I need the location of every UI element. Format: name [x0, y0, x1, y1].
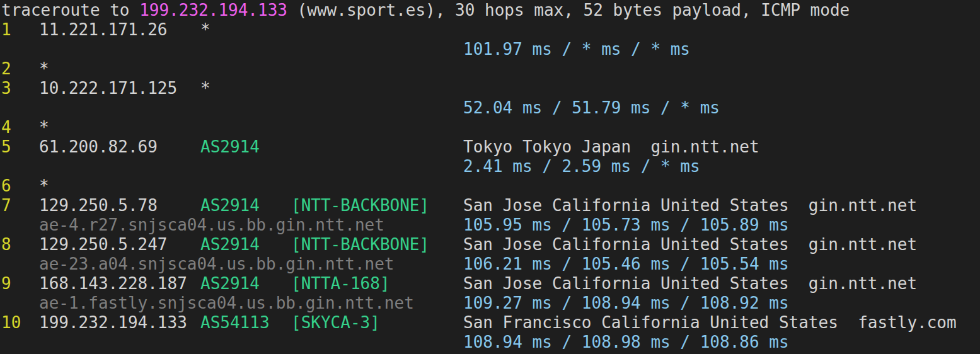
hop-ip: 168.143.228.187	[39, 274, 187, 294]
hop-number: 1	[1, 20, 11, 40]
hop-latency-row-3: 52.04 ms / 51.79 ms / * ms	[0, 98, 980, 118]
terminal-output: traceroute to 199.232.194.133 (www.sport…	[0, 1, 980, 354]
hop-row-6: 6 *	[0, 176, 980, 196]
hop-ip: *	[39, 176, 49, 196]
hop-org-tag: [SKYCA-3]	[291, 313, 380, 333]
hop-row-4: 4 *	[0, 118, 980, 137]
hop-latency: 108.94 ms / 108.98 ms / 108.86 ms	[463, 333, 789, 352]
hop-ip: 61.200.82.69	[39, 137, 158, 157]
hop-number: 10	[1, 313, 21, 333]
hop-hostname: ae-1.fastly.snjsca04.us.bb.gin.ntt.net	[39, 294, 414, 313]
hop-number: 2	[1, 59, 11, 79]
hop-latency-row-10: 108.94 ms / 108.98 ms / 108.86 ms	[0, 333, 980, 352]
hop-row-10: 10 199.232.194.133 AS54113 [SKYCA-3] San…	[0, 313, 980, 333]
hop-latency-row-1: 101.97 ms / * ms / * ms	[0, 40, 980, 59]
hop-asn: AS2914	[200, 235, 260, 254]
hop-row-3: 3 10.222.171.125 *	[0, 79, 980, 98]
hop-number: 8	[1, 235, 11, 254]
hop-latency: 106.21 ms / 105.46 ms / 105.54 ms	[463, 254, 789, 274]
header-prefix: traceroute to	[1, 1, 139, 20]
hop-number: 9	[1, 274, 11, 294]
hop-latency: 52.04 ms / 51.79 ms / * ms	[463, 98, 720, 118]
hop-ip: 11.221.171.26	[39, 20, 168, 40]
hop-number: 3	[1, 79, 11, 98]
hop-org-tag: [NTTA-168]	[291, 274, 390, 294]
hop-row-8: 8 129.250.5.247 AS2914 [NTT-BACKBONE] Sa…	[0, 235, 980, 254]
hop-asn: *	[200, 79, 210, 98]
hop-location: San Jose California United States gin.nt…	[463, 196, 917, 215]
hop-row-7: 7 129.250.5.78 AS2914 [NTT-BACKBONE] San…	[0, 196, 980, 215]
hop-number: 6	[1, 176, 11, 196]
hop-number: 5	[1, 137, 11, 157]
hop-ip: 199.232.194.133	[39, 313, 187, 333]
hop-detail-row-7: ae-4.r27.snjsca04.us.bb.gin.ntt.net 105.…	[0, 215, 980, 235]
hop-ip: 10.222.171.125	[39, 79, 177, 98]
hop-asn: AS54113	[200, 313, 270, 333]
hop-latency: 105.95 ms / 105.73 ms / 105.89 ms	[463, 215, 789, 235]
hop-row-1: 1 11.221.171.26 *	[0, 20, 980, 40]
target-ip: 199.232.194.133	[139, 1, 287, 20]
hop-hostname: ae-23.a04.snjsca04.us.bb.gin.ntt.net	[39, 254, 395, 274]
hop-asn: *	[200, 20, 210, 40]
hop-location: San Jose California United States gin.nt…	[463, 274, 917, 294]
hop-latency: 109.27 ms / 108.94 ms / 108.92 ms	[463, 294, 789, 313]
hop-location: San Jose California United States gin.nt…	[463, 235, 917, 254]
hop-ip: *	[39, 59, 49, 79]
hop-org-tag: [NTT-BACKBONE]	[291, 235, 429, 254]
hop-asn: AS2914	[200, 137, 260, 157]
hop-latency-row-5: 2.41 ms / 2.59 ms / * ms	[0, 157, 980, 176]
hop-hostname: ae-4.r27.snjsca04.us.bb.gin.ntt.net	[39, 215, 384, 235]
traceroute-header: traceroute to 199.232.194.133 (www.sport…	[0, 1, 980, 20]
hop-row-5: 5 61.200.82.69 AS2914 Tokyo Tokyo Japan …	[0, 137, 980, 157]
hop-row-9: 9 168.143.228.187 AS2914 [NTTA-168] San …	[0, 274, 980, 294]
hop-org-tag: [NTT-BACKBONE]	[291, 196, 429, 215]
hop-ip: *	[39, 118, 49, 137]
hop-ip: 129.250.5.247	[39, 235, 168, 254]
hop-latency: 101.97 ms / * ms / * ms	[463, 40, 690, 59]
hop-asn: AS2914	[200, 274, 260, 294]
hop-latency: 2.41 ms / 2.59 ms / * ms	[463, 157, 700, 176]
hop-detail-row-8: ae-23.a04.snjsca04.us.bb.gin.ntt.net 106…	[0, 254, 980, 274]
hop-location: Tokyo Tokyo Japan gin.ntt.net	[463, 137, 759, 157]
hop-ip: 129.250.5.78	[39, 196, 158, 215]
hop-row-2: 2 *	[0, 59, 980, 79]
hop-detail-row-9: ae-1.fastly.snjsca04.us.bb.gin.ntt.net 1…	[0, 294, 980, 313]
header-suffix: (www.sport.es), 30 hops max, 52 bytes pa…	[287, 1, 850, 20]
hop-location: San Francisco California United States f…	[463, 313, 957, 333]
hop-number: 4	[1, 118, 11, 137]
hop-number: 7	[1, 196, 11, 215]
hop-asn: AS2914	[200, 196, 260, 215]
